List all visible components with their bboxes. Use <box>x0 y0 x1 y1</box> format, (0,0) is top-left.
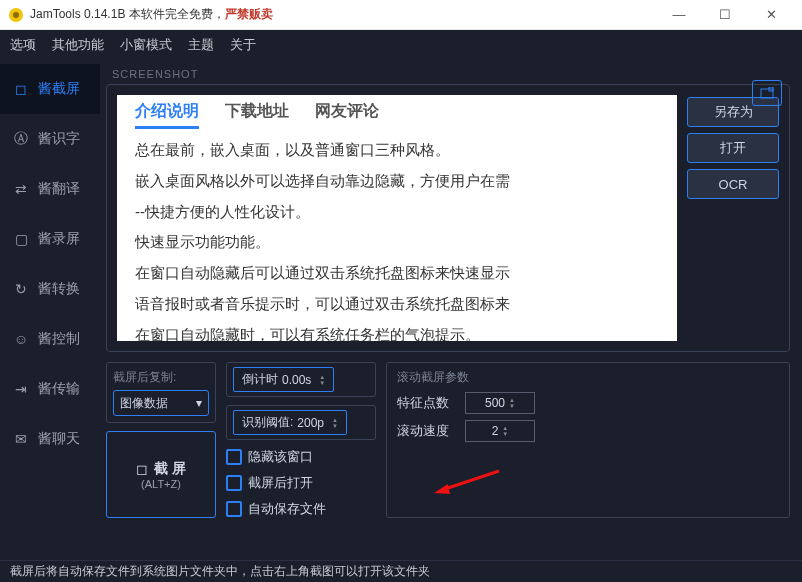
transfer-icon: ⇥ <box>12 380 30 398</box>
sidebar-item-translate[interactable]: ⇄酱翻译 <box>0 164 100 214</box>
crop-icon: ◻ <box>12 80 30 98</box>
preview-tab-download[interactable]: 下载地址 <box>225 101 289 129</box>
titlebar: JamTools 0.14.1B 本软件完全免费，严禁贩卖 — ☐ ✕ <box>0 0 802 30</box>
record-icon: ▢ <box>12 230 30 248</box>
spinner-arrows-icon: ▲▼ <box>509 397 515 409</box>
screenshot-panel: 介绍说明 下载地址 网友评论 总在最前，嵌入桌面，以及普通窗口三种风格。 嵌入桌… <box>106 84 790 352</box>
preview-tab-comments[interactable]: 网友评论 <box>315 101 379 129</box>
scroll-params-panel: 滚动截屏参数 特征点数 500▲▼ 滚动速度 2▲▼ <box>386 362 790 518</box>
sidebar: ◻酱截屏 Ⓐ酱识字 ⇄酱翻译 ▢酱录屏 ↻酱转换 ☺酱控制 ⇥酱传输 ✉酱聊天 <box>0 60 100 560</box>
translate-icon: ⇄ <box>12 180 30 198</box>
copy-label: 截屏后复制: <box>113 369 209 386</box>
maximize-button[interactable]: ☐ <box>702 0 748 30</box>
sidebar-item-chat[interactable]: ✉酱聊天 <box>0 414 100 464</box>
threshold-spinner[interactable]: 识别阈值:200p ▲▼ <box>233 410 347 435</box>
sidebar-item-convert[interactable]: ↻酱转换 <box>0 264 100 314</box>
app-icon <box>8 7 24 23</box>
scroll-title: 滚动截屏参数 <box>397 369 779 386</box>
menu-minimode[interactable]: 小窗模式 <box>120 36 172 54</box>
feature-points-label: 特征点数 <box>397 394 449 412</box>
sidebar-item-record[interactable]: ▢酱录屏 <box>0 214 100 264</box>
checkbox-autosave[interactable]: 自动保存文件 <box>226 500 376 518</box>
menubar: 选项 其他功能 小窗模式 主题 关于 <box>0 30 802 60</box>
copy-select[interactable]: 图像数据▾ <box>113 390 209 416</box>
scroll-speed-label: 滚动速度 <box>397 422 449 440</box>
app-title: JamTools 0.14.1B 本软件完全免费，严禁贩卖 <box>30 6 273 23</box>
scroll-speed-input[interactable]: 2▲▼ <box>465 420 535 442</box>
statusbar: 截屏后将自动保存文件到系统图片文件夹中，点击右上角截图可以打开该文件夹 <box>0 560 802 582</box>
countdown-panel: 倒计时0.00s ▲▼ <box>226 362 376 397</box>
section-label: SCREENSHOT <box>112 68 790 80</box>
svg-point-1 <box>13 12 19 18</box>
close-button[interactable]: ✕ <box>748 0 794 30</box>
preview-area: 介绍说明 下载地址 网友评论 总在最前，嵌入桌面，以及普通窗口三种风格。 嵌入桌… <box>117 95 677 341</box>
spinner-arrows-icon: ▲▼ <box>332 417 338 429</box>
svg-rect-2 <box>761 89 773 98</box>
checkbox-hide-window[interactable]: 隐藏该窗口 <box>226 448 376 466</box>
sidebar-item-transfer[interactable]: ⇥酱传输 <box>0 364 100 414</box>
screenshot-button[interactable]: ◻截 屏 (ALT+Z) <box>106 431 216 518</box>
checkbox-open-after[interactable]: 截屏后打开 <box>226 474 376 492</box>
text-icon: Ⓐ <box>12 130 30 148</box>
preview-text: 总在最前，嵌入桌面，以及普通窗口三种风格。 嵌入桌面风格以外可以选择自动靠边隐藏… <box>117 131 677 341</box>
sidebar-item-ocr[interactable]: Ⓐ酱识字 <box>0 114 100 164</box>
control-icon: ☺ <box>12 330 30 348</box>
open-button[interactable]: 打开 <box>687 133 779 163</box>
convert-icon: ↻ <box>12 280 30 298</box>
menu-options[interactable]: 选项 <box>10 36 36 54</box>
sidebar-item-screenshot[interactable]: ◻酱截屏 <box>0 64 100 114</box>
copy-after-panel: 截屏后复制: 图像数据▾ <box>106 362 216 423</box>
preview-tab-intro[interactable]: 介绍说明 <box>135 101 199 129</box>
spinner-arrows-icon: ▲▼ <box>502 425 508 437</box>
crop-icon: ◻ <box>136 461 148 477</box>
open-folder-button[interactable] <box>752 80 782 106</box>
menu-other[interactable]: 其他功能 <box>52 36 104 54</box>
spinner-arrows-icon: ▲▼ <box>319 374 325 386</box>
menu-theme[interactable]: 主题 <box>188 36 214 54</box>
folder-icon <box>760 87 774 99</box>
chat-icon: ✉ <box>12 430 30 448</box>
minimize-button[interactable]: — <box>656 0 702 30</box>
threshold-panel: 识别阈值:200p ▲▼ <box>226 405 376 440</box>
chevron-down-icon: ▾ <box>196 396 202 410</box>
feature-points-input[interactable]: 500▲▼ <box>465 392 535 414</box>
menu-about[interactable]: 关于 <box>230 36 256 54</box>
countdown-spinner[interactable]: 倒计时0.00s ▲▼ <box>233 367 334 392</box>
sidebar-item-control[interactable]: ☺酱控制 <box>0 314 100 364</box>
ocr-button[interactable]: OCR <box>687 169 779 199</box>
